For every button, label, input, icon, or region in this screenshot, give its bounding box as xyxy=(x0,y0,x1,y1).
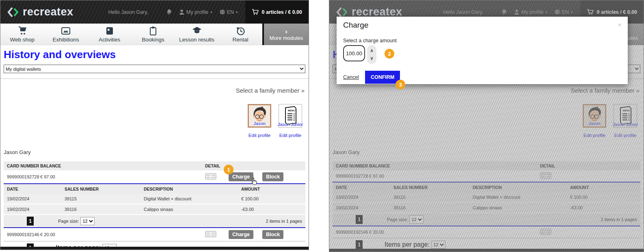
clipboard-icon xyxy=(148,26,158,36)
globe-icon xyxy=(220,9,225,15)
svg-text:MENU: MENU xyxy=(288,109,295,112)
amount-value: -€3.00 xyxy=(241,207,302,212)
dialog-title: Charge xyxy=(343,21,621,30)
sales-number-value: 39115 xyxy=(65,196,144,201)
overview-select[interactable]: My digital wallets xyxy=(4,65,305,73)
nav-label: Activities xyxy=(99,37,120,43)
edit-profile-link[interactable]: Edit profile xyxy=(279,133,301,138)
nav-label: Web shop xyxy=(10,37,35,43)
card-detail-icon xyxy=(205,231,216,237)
recreatex-logo[interactable]: recreatex xyxy=(0,6,96,18)
close-icon[interactable]: × xyxy=(618,22,622,28)
picture-icon xyxy=(61,26,71,36)
charge-button[interactable]: Charge xyxy=(229,230,253,239)
block-button[interactable]: Block xyxy=(262,230,283,239)
card-number-value: 9999000192728 xyxy=(7,174,40,179)
description-value: Calippo sinaas xyxy=(144,207,241,212)
language-label: EN xyxy=(227,9,234,15)
greeting-text: Hello Jason Gary, xyxy=(108,9,148,15)
footer-strip xyxy=(0,247,309,250)
wallet-table-header: CARD NUMBER BALANCE DETAIL xyxy=(4,161,305,170)
transaction-row: 19/02/2024 39115 Digital Wallet + discou… xyxy=(4,194,305,204)
calendar-icon xyxy=(105,26,115,36)
profile-name: Jason xyxy=(253,121,265,126)
notifications-button[interactable] xyxy=(166,9,172,15)
transaction-row: 19/02/2024 39116 Calippo sinaas -€3.00 xyxy=(4,204,305,215)
items-summary: 2 items in 1 pages xyxy=(266,219,302,224)
block-button[interactable]: Block xyxy=(262,172,283,181)
card-number-header: CARD NUMBER xyxy=(7,163,40,168)
clock-history-icon xyxy=(236,26,245,36)
amount-header: AMOUNT xyxy=(241,187,302,191)
profile-name: Jason Junior xyxy=(278,122,303,127)
stepper-down-icon[interactable]: ∨ xyxy=(370,56,373,61)
page-number-button[interactable]: 1 xyxy=(27,217,34,226)
profile-jason: Jason Edit profile xyxy=(248,104,271,139)
cart-summary-button[interactable]: 0 articles / € 0.00 xyxy=(245,0,309,24)
profile-avatar-jason[interactable]: Jason xyxy=(248,104,271,128)
page-size-select[interactable]: 12 xyxy=(80,217,95,225)
profile-avatar-jason-junior[interactable]: MENU Jason Junior xyxy=(279,104,302,128)
language-menu[interactable]: EN ▾ xyxy=(220,9,238,15)
nav-item-rental[interactable]: Rental xyxy=(218,24,262,45)
date-header: DATE xyxy=(7,187,65,191)
detail-button[interactable] xyxy=(205,173,229,180)
nav-item-activities[interactable]: Activities xyxy=(88,24,131,45)
cart-label: 0 articles / € 0.00 xyxy=(262,9,302,15)
balance-value: € 20.00 xyxy=(40,232,205,237)
my-profile-menu[interactable]: My profile ▾ xyxy=(179,9,212,15)
detail-button[interactable] xyxy=(205,231,229,238)
cancel-link[interactable]: Cancel xyxy=(343,74,359,80)
nav-label: Exhibitions xyxy=(53,37,79,43)
nav-item-lesson-results[interactable]: Lesson results xyxy=(175,24,218,45)
transactions-header: DATE SALES NUMBER DESCRIPTION AMOUNT xyxy=(4,184,305,194)
chevron-down-icon: ▾ xyxy=(236,10,238,14)
user-icon xyxy=(179,9,184,15)
charge-amount-label: Select a charge amount xyxy=(343,38,621,43)
graduation-icon xyxy=(192,26,202,36)
chevron-down-icon: ▾ xyxy=(210,10,212,14)
module-nav: Web shop Exhibitions Activities xyxy=(0,24,309,45)
nav-label: Rental xyxy=(232,37,248,43)
sales-number-value: 39116 xyxy=(65,207,144,212)
amount-value: € 100.00 xyxy=(241,196,302,201)
recreatex-diamond-icon xyxy=(7,6,19,18)
annotation-step-2: 2 xyxy=(385,49,394,59)
my-profile-label: My profile xyxy=(186,9,208,15)
wallet-row-2: 9999000192146 € 20.00 Charge Block xyxy=(4,228,305,241)
wallet-owner-name: Jason Gary xyxy=(4,149,305,155)
app-header: recreatex Hello Jason Gary, My profile ▾ xyxy=(0,0,309,24)
confirm-button[interactable]: CONFIRM 3 xyxy=(365,71,400,84)
charge-dialog: Charge × Select a charge amount ∧ ∨ 2 Ca… xyxy=(337,17,628,84)
profile-jason-junior: MENU Jason Junior Edit profile xyxy=(279,104,302,139)
more-modules-label: More modules xyxy=(270,35,303,41)
nav-item-web-shop[interactable]: Web shop xyxy=(0,24,44,45)
nav-item-exhibitions[interactable]: Exhibitions xyxy=(44,24,87,45)
charge-amount-input[interactable] xyxy=(343,45,365,61)
stepper-up-icon[interactable]: ∧ xyxy=(370,48,373,53)
balance-header: BALANCE xyxy=(40,163,205,168)
date-value: 19/02/2024 xyxy=(7,196,65,201)
chevron-right-icon: › xyxy=(285,28,287,35)
amount-stepper: ∧ ∨ xyxy=(367,45,376,64)
nav-item-bookings[interactable]: Bookings xyxy=(131,24,175,45)
family-member-label[interactable]: Select a family member » xyxy=(4,87,305,94)
edit-profile-link[interactable]: Edit profile xyxy=(249,133,270,138)
left-screenshot-panel: recreatex Hello Jason Gary, My profile ▾ xyxy=(0,0,309,250)
balance-value: € 97.00 xyxy=(40,174,205,179)
charge-button[interactable]: Charge xyxy=(229,172,253,181)
nav-label: Bookings xyxy=(142,37,164,43)
right-screenshot-panel: recreatex Hello Jason Gary, My profile ▾ xyxy=(329,0,644,252)
more-modules-button[interactable]: › More modules xyxy=(264,24,309,45)
page-size-label: Page size: xyxy=(58,219,79,224)
annotation-step-1: 1 xyxy=(224,165,233,174)
confirm-label: CONFIRM xyxy=(371,74,394,80)
cart-icon xyxy=(17,26,27,36)
logo-text: recreatex xyxy=(23,6,73,18)
description-value: Digital Wallet + discount xyxy=(144,196,241,201)
hand-cursor-icon xyxy=(251,178,257,185)
family-profiles: Jason Edit profile MENU xyxy=(7,104,302,139)
wallet-row-1: 9999000192728 € 97.00 1 Charge xyxy=(4,170,305,183)
divider xyxy=(0,78,309,79)
bell-icon xyxy=(166,9,172,15)
